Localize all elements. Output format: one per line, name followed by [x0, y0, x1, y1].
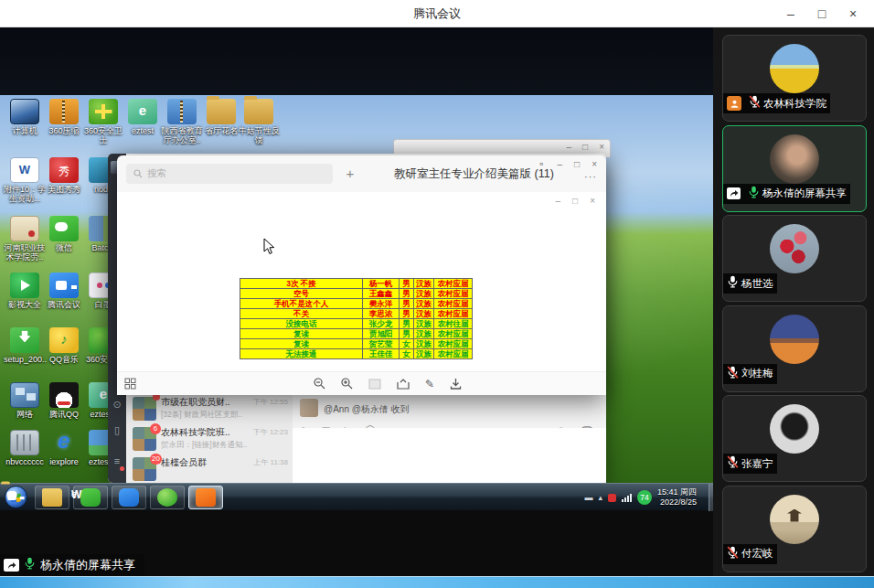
edit-icon[interactable]: ✎ [425, 378, 434, 390]
tray-up-arrow-icon[interactable]: ▴ [598, 493, 602, 502]
chat-list-item[interactable]: 市级在职党员财..下午 12:55[32条] 财政局社区支部.. [126, 393, 293, 423]
cell-category: 农村应届 [434, 349, 473, 359]
document-content: – □ × 3次 不接杨一帆男汉族农村应届空号王鑫鑫男汉族农村应届手机不是这个人… [117, 192, 606, 371]
desktop-icon-ie[interactable]: iexplore [43, 430, 85, 466]
cell-note: 空号 [240, 289, 363, 299]
unread-badge: 6 [150, 423, 161, 434]
close-button[interactable]: × [837, 0, 869, 27]
meeting-stage: 计算机360压缩360安全卫士eztest陕西省教育 厅办公室..省厅花名牛姑节… [0, 27, 874, 588]
desktop-icon-label: 360安全卫士 [82, 126, 124, 144]
desktop-icon-meitu[interactable]: 美图秀秀 [43, 157, 85, 194]
desktop-icon-zip[interactable]: 360压缩 [43, 99, 85, 135]
participant-tile[interactable]: 农林科技学院 [722, 35, 867, 122]
desktop-icon-safe360[interactable]: 360安全卫士 [82, 99, 124, 144]
participants-sidebar: 农林科技学院杨永倩的屏幕共享杨世选刘桂梅张嘉宁付宏岐 [713, 27, 874, 588]
wechat-input-box[interactable] [293, 428, 606, 483]
maximize-button[interactable]: □ [806, 0, 837, 27]
chat-list-item[interactable]: 20桂槿会员群上午 11:38 [126, 454, 293, 483]
desktop-icon-qqmusic[interactable]: QQ音乐 [43, 327, 85, 364]
tray-briefcase-icon[interactable]: ▬ [584, 493, 592, 502]
minimize-button[interactable]: – [558, 159, 563, 169]
table-row: 无法接通王佳佳女汉族农村应届 [240, 349, 473, 359]
close-button[interactable]: × [590, 196, 595, 206]
participant-tile[interactable]: 刘桂梅 [722, 305, 867, 392]
desktop-icon-setup[interactable]: setup_200.. [4, 327, 46, 364]
participant-name: 付宏岐 [741, 547, 773, 561]
participant-name: 杨永倩的屏幕共享 [762, 187, 847, 200]
desktop-icon-folder[interactable]: 牛姑节性反 馈 [238, 99, 280, 144]
cert-icon [10, 216, 39, 241]
cell-ethnic: 汉族 [414, 289, 434, 299]
wechatapp-icon [49, 216, 79, 241]
message-sender-avatar[interactable] [300, 399, 318, 417]
maximize-button[interactable]: □ [574, 159, 580, 169]
fit-page-icon[interactable] [368, 379, 381, 390]
desktop-icon-label: 陕西省教育 厅办公室.. [161, 126, 203, 144]
notification-dot [120, 466, 124, 471]
participant-tile[interactable]: 张嘉宁 [722, 395, 867, 482]
desktop-icon-recycle[interactable]: nbvcccccc [4, 430, 46, 466]
download-icon[interactable] [450, 378, 462, 390]
participant-tile[interactable]: 杨永倩的屏幕共享 [722, 125, 867, 212]
desktop-icon-cert[interactable]: 河南职业技 术学院劳.. [4, 216, 46, 262]
cell-name: 贾旭阳 [363, 329, 400, 339]
computer-icon [10, 99, 39, 124]
cell-name: 王佳佳 [363, 349, 400, 359]
desktop-icon-label: 牛姑节性反 馈 [238, 126, 280, 144]
table-row: 没接电话张少龙男汉族农村往届 [240, 319, 473, 329]
network-signal-icon[interactable] [622, 494, 632, 502]
mouse-cursor [263, 238, 275, 255]
open-in-app-icon[interactable] [397, 379, 410, 390]
desktop-icon-eztest[interactable]: eztest [122, 99, 164, 135]
phone-icon[interactable]: ▯ [108, 424, 126, 436]
maximize-button[interactable]: □ [572, 196, 578, 206]
cell-name: 张少龙 [363, 319, 400, 329]
zoom-in-icon[interactable] [341, 378, 353, 390]
cell-ethnic: 汉族 [414, 329, 434, 339]
desktop-icon-worddoc[interactable]: 附件10：学 生资助... [4, 157, 46, 203]
desktop-icon-zipfolder[interactable]: 陕西省教育 厅办公室.. [161, 99, 203, 144]
eztest-icon [128, 99, 157, 124]
desktop-icon-wechatapp[interactable]: 微信 [43, 216, 85, 252]
participant-tile[interactable]: 付宏岐 [722, 486, 867, 572]
tray-alert-icon[interactable] [608, 494, 616, 502]
cell-note: 不关 [240, 309, 363, 319]
clock[interactable]: 15:41 周四 2022/8/25 [657, 487, 697, 508]
cell-category: 农村应届 [434, 309, 473, 319]
desktop-icon-label: 微信 [43, 243, 85, 252]
close-button[interactable]: × [599, 142, 604, 152]
zoom-out-icon[interactable] [314, 378, 325, 390]
minimize-button[interactable]: – [556, 196, 561, 206]
viewer-titlebar: 搜索 + 教研室主任专业介绍美篇版 (11) ⚬ – □ × ··· [117, 155, 606, 192]
minimize-button[interactable]: – [567, 142, 572, 152]
desktop-icon-qq[interactable]: 腾讯QQ [43, 382, 85, 419]
grid-view-icon[interactable] [124, 378, 136, 390]
search-input[interactable]: 搜索 [126, 164, 333, 184]
net-speed-badge[interactable]: 74 [637, 490, 652, 505]
minimize-button[interactable]: – [775, 0, 806, 27]
cell-ethnic: 汉族 [414, 319, 434, 329]
desktop-icon-label: nbvcccccc [4, 457, 46, 466]
close-button[interactable]: × [592, 159, 597, 169]
desktop-icon-computer[interactable]: 计算机 [4, 99, 46, 135]
recycle-icon [10, 430, 39, 455]
screen-share-banner: 杨永倩的屏幕共享 [0, 554, 144, 576]
taskbar-button-explorer[interactable] [35, 486, 69, 509]
pin-icon[interactable]: ⚬ [538, 159, 545, 169]
chat-list-item[interactable]: 6农林科技学院班..下午 12:23贺永田：[链接]财务通知.. [126, 423, 293, 454]
participant-tile[interactable]: 杨世选 [722, 215, 867, 302]
desktop-icon-folder[interactable]: 省厅花名 [200, 99, 242, 135]
taskbar-button-wps-office[interactable] [188, 486, 223, 509]
add-tab-button[interactable]: + [340, 164, 360, 184]
desktop-icon-network[interactable]: 网络 [4, 382, 46, 419]
menu-icon[interactable]: ≡ [108, 455, 126, 466]
compass-icon[interactable]: ⊙ [108, 399, 126, 411]
desktop-icon-play[interactable]: 影视大全 [4, 273, 46, 309]
black-cat-avatar [770, 404, 819, 454]
desktop-icon-meetingapp[interactable]: 腾讯会议 [43, 273, 85, 309]
more-menu-button[interactable]: ··· [584, 171, 597, 182]
pavilion-avatar [770, 495, 819, 544]
maximize-button[interactable]: □ [582, 142, 588, 152]
shared-desktop-top-band [0, 27, 713, 95]
chat-time: 上午 11:38 [253, 457, 288, 467]
